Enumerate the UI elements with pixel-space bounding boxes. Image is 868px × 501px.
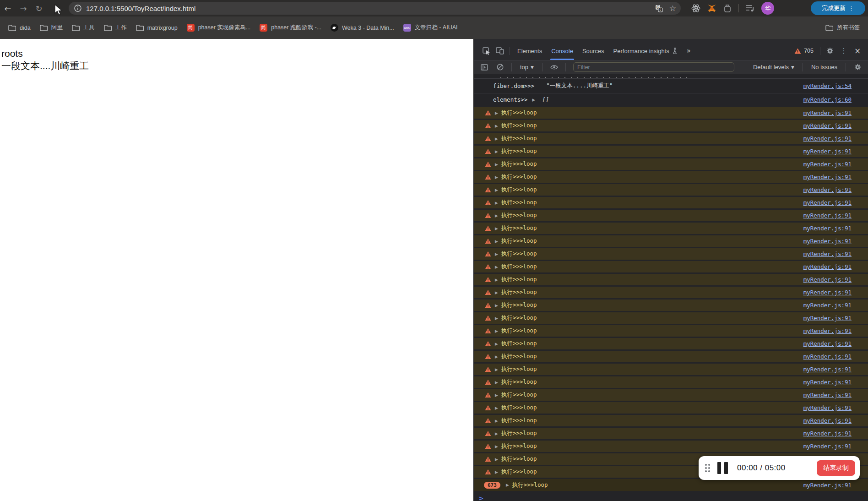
console-warning-row[interactable]: ▶ 执行>>>loop myRender.js:91 [474, 158, 868, 170]
expand-arrow-icon[interactable]: ▶ [495, 419, 498, 423]
console-filter-input[interactable] [573, 62, 734, 72]
browser-menu-icon[interactable]: ⋮ [848, 5, 854, 12]
metamask-icon[interactable] [707, 4, 716, 13]
expand-arrow-icon[interactable]: ▶ [495, 329, 498, 333]
console-prompt-chevron[interactable]: > [474, 492, 868, 501]
console-warning-row[interactable]: ▶ 执行>>>loop myRender.js:91 [474, 248, 868, 260]
console-settings-icon[interactable] [851, 60, 864, 74]
console-warning-row[interactable]: ▶ 执行>>>loop myRender.js:91 [474, 325, 868, 337]
source-link[interactable]: myRender.js:91 [803, 289, 852, 296]
source-link[interactable]: myRender.js:91 [803, 353, 852, 360]
expand-arrow-icon[interactable]: ▶ [495, 457, 498, 462]
source-link[interactable]: myRender.js:91 [803, 482, 852, 489]
expand-arrow-icon[interactable]: ▶ [495, 111, 498, 115]
console-warning-row[interactable]: ▶ 执行>>>loop myRender.js:91 [474, 107, 868, 119]
tab-performance-insights[interactable]: Performance insights [609, 42, 682, 60]
clear-console-icon[interactable] [493, 60, 507, 74]
stop-recording-button[interactable]: 结束录制 [817, 460, 855, 476]
bookmark-dida[interactable]: dida [4, 22, 35, 34]
expand-arrow-icon[interactable]: ▶ [495, 470, 498, 474]
source-link[interactable]: myRender.js:91 [803, 430, 852, 437]
all-bookmarks-button[interactable]: 所有书签 [821, 22, 864, 34]
expand-arrow-icon[interactable]: ▶ [495, 354, 498, 359]
expand-arrow-icon[interactable]: ▶ [495, 380, 498, 385]
expand-arrow-icon[interactable]: ▶ [495, 188, 498, 192]
source-link[interactable]: myRender.js:60 [803, 96, 852, 103]
bookmark-weka[interactable]: Weka 3 - Data Min... [326, 22, 399, 34]
console-warning-row[interactable]: ▶ 执行>>>loop myRender.js:91 [474, 415, 868, 426]
expand-arrow-icon[interactable]: ▶ [495, 239, 498, 244]
console-warning-row[interactable]: ▶ 执行>>>loop myRender.js:91 [474, 274, 868, 285]
source-link[interactable]: myRender.js:91 [803, 225, 852, 232]
console-warning-row[interactable]: ▶ 执行>>>loop myRender.js:91 [474, 146, 868, 157]
console-warning-row[interactable]: ▶ 执行>>>loop myRender.js:91 [474, 223, 868, 234]
source-link[interactable]: myRender.js:91 [803, 302, 852, 309]
expand-arrow-icon[interactable]: ▶ [532, 98, 535, 102]
extension-jar-icon[interactable] [723, 4, 732, 13]
expand-arrow-icon[interactable]: ▶ [495, 124, 498, 128]
console-warning-row[interactable]: ▶ 执行>>>loop myRender.js:91 [474, 376, 868, 388]
console-warning-row[interactable]: ▶ 执行>>>loop myRender.js:91 [474, 402, 868, 414]
source-link[interactable]: myRender.js:91 [803, 250, 852, 257]
expand-arrow-icon[interactable]: ▶ [495, 226, 498, 231]
console-warning-row[interactable]: ▶ 执行>>>loop myRender.js:91 [474, 300, 868, 311]
devtools-settings-icon[interactable] [823, 44, 837, 58]
source-link[interactable]: myRender.js:91 [803, 340, 852, 347]
console-warning-row[interactable]: ▶ 执行>>>loop myRender.js:91 [474, 428, 868, 439]
source-link[interactable]: myRender.js:91 [803, 135, 852, 142]
bookmark-tools[interactable]: 工具 [67, 22, 99, 34]
expand-arrow-icon[interactable]: ▶ [495, 303, 498, 308]
console-warning-row[interactable]: ▶ 执行>>>loop myRender.js:91 [474, 389, 868, 401]
console-warning-row[interactable]: ▶ 执行>>>loop myRender.js:91 [474, 351, 868, 362]
expand-arrow-icon[interactable]: ▶ [495, 406, 498, 410]
console-warning-row[interactable]: ▶ 执行>>>loop myRender.js:91 [474, 197, 868, 208]
console-warning-row[interactable]: ▶ 执行>>>loop myRender.js:91 [474, 171, 868, 183]
tab-sources[interactable]: Sources [578, 42, 609, 60]
reload-button[interactable]: ↻ [31, 2, 47, 15]
console-warning-row[interactable]: ▶ 执行>>>loop myRender.js:91 [474, 120, 868, 131]
bookmark-aiuai[interactable]: AIUAI 文章归档 - AIUAI [399, 22, 462, 34]
back-button[interactable]: ← [0, 2, 16, 15]
bookmark-matrixgroup[interactable]: matrixgroup [131, 22, 182, 34]
console-warning-collapsed-row[interactable]: 673 ▶ 执行>>>loop myRender.js:91 [474, 479, 868, 491]
console-warning-row[interactable]: ▶ 执行>>>loop myRender.js:91 [474, 312, 868, 324]
console-warning-row[interactable]: ▶ 执行>>>loop myRender.js:91 [474, 235, 868, 247]
address-bar[interactable]: 127.0.0.1:5500/ToyReact/index.html G文 ☆ [69, 2, 681, 15]
expand-arrow-icon[interactable]: ▶ [506, 483, 509, 487]
inspect-element-icon[interactable] [479, 44, 493, 58]
console-warning-row[interactable]: ▶ 执行>>>loop myRender.js:91 [474, 338, 868, 349]
expand-arrow-icon[interactable]: ▶ [495, 278, 498, 282]
bookmark-star-icon[interactable]: ☆ [669, 4, 676, 13]
devtools-menu-icon[interactable]: ⋮ [837, 44, 851, 58]
pause-button[interactable] [717, 462, 728, 474]
console-warning-row[interactable]: ▶ 执行>>>loop myRender.js:91 [474, 287, 868, 298]
bookmark-ali[interactable]: 阿里 [35, 22, 67, 34]
log-levels-selector[interactable]: Default levels ▼ [749, 64, 798, 71]
source-link[interactable]: myRender.js:91 [803, 392, 852, 398]
console-log-elements[interactable]: elements>> ▶ [] myRender.js:60 [474, 93, 868, 106]
context-selector[interactable]: top ▼ [516, 64, 537, 71]
expand-arrow-icon[interactable]: ▶ [495, 342, 498, 346]
console-warning-row[interactable]: ▶ 执行>>>loop myRender.js:91 [474, 184, 868, 196]
source-link[interactable]: myRender.js:91 [803, 379, 852, 386]
source-link[interactable]: myRender.js:91 [803, 238, 852, 245]
translate-icon[interactable]: G文 [655, 5, 663, 12]
expand-arrow-icon[interactable]: ▶ [495, 136, 498, 141]
console-warning-row[interactable]: ▶ 执行>>>loop myRender.js:91 [474, 261, 868, 272]
bookmark-work[interactable]: 工作 [99, 22, 131, 34]
expand-arrow-icon[interactable]: ▶ [495, 290, 498, 295]
url-text[interactable]: 127.0.0.1:5500/ToyReact/index.html [86, 5, 655, 12]
console-sidebar-toggle-icon[interactable] [477, 60, 491, 74]
bookmark-phaser-runner[interactable]: 简 phaser 跑酷游戏 -... [255, 22, 326, 34]
more-tabs-button[interactable]: » [682, 42, 695, 60]
source-link[interactable]: myRender.js:91 [803, 404, 852, 411]
device-toolbar-icon[interactable] [493, 44, 507, 58]
devtools-close-icon[interactable]: × [851, 44, 864, 58]
console-warning-row[interactable]: ▶ 执行>>>loop myRender.js:91 [474, 133, 868, 144]
source-link[interactable]: myRender.js:91 [803, 366, 852, 373]
expand-arrow-icon[interactable]: ▶ [495, 201, 498, 205]
tab-console[interactable]: Console [547, 42, 578, 60]
console-warning-row[interactable]: ▶ 执行>>>loop myRender.js:91 [474, 364, 868, 375]
expand-arrow-icon[interactable]: ▶ [495, 431, 498, 436]
expand-arrow-icon[interactable]: ▶ [495, 393, 498, 398]
